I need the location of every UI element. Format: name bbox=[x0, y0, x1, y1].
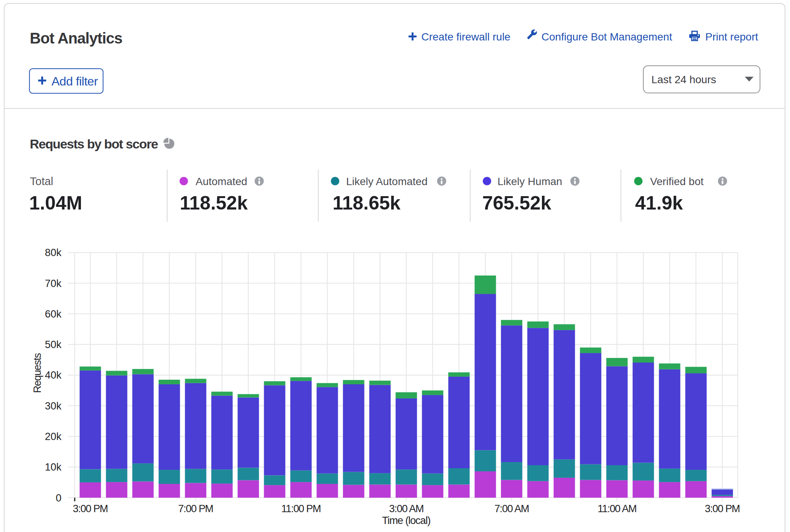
svg-text:Requests: Requests bbox=[32, 353, 43, 393]
svg-text:Verified bot: Verified bot bbox=[650, 176, 703, 187]
svg-text:Bot Analytics: Bot Analytics bbox=[30, 30, 122, 47]
svg-text:20k: 20k bbox=[45, 431, 61, 442]
svg-text:10k: 10k bbox=[45, 461, 61, 473]
svg-text:0: 0 bbox=[56, 492, 61, 504]
svg-text:11:00 PM: 11:00 PM bbox=[281, 503, 321, 514]
svg-text:Create firewall rule: Create firewall rule bbox=[421, 31, 510, 43]
svg-text:Configure Bot Management: Configure Bot Management bbox=[542, 31, 672, 43]
svg-text:50k: 50k bbox=[45, 339, 61, 350]
svg-text:1.04M: 1.04M bbox=[29, 192, 82, 214]
svg-text:Automated: Automated bbox=[196, 176, 247, 187]
svg-text:41.9k: 41.9k bbox=[635, 192, 683, 214]
svg-text:60k: 60k bbox=[45, 308, 61, 320]
svg-text:70k: 70k bbox=[45, 278, 61, 289]
svg-text:7:00 AM: 7:00 AM bbox=[495, 503, 529, 514]
svg-text:Likely Automated: Likely Automated bbox=[346, 176, 427, 187]
svg-text:Print report: Print report bbox=[705, 31, 758, 43]
svg-text:118.52k: 118.52k bbox=[180, 192, 248, 214]
svg-text:3:00 AM: 3:00 AM bbox=[389, 503, 424, 514]
svg-text:80k: 80k bbox=[45, 247, 61, 258]
svg-text:118.65k: 118.65k bbox=[332, 192, 400, 214]
svg-text:Total: Total bbox=[30, 175, 53, 187]
svg-text:7:00 PM: 7:00 PM bbox=[178, 503, 213, 514]
svg-text:Requests by bot score: Requests by bot score bbox=[30, 137, 158, 151]
svg-text:40k: 40k bbox=[45, 369, 61, 381]
svg-text:Time (local): Time (local) bbox=[382, 515, 430, 526]
svg-text:3:00 PM: 3:00 PM bbox=[705, 503, 740, 514]
svg-text:765.52k: 765.52k bbox=[482, 192, 551, 214]
svg-text:Likely Human: Likely Human bbox=[498, 176, 563, 187]
svg-text:Add filter: Add filter bbox=[52, 74, 98, 88]
svg-text:30k: 30k bbox=[45, 400, 61, 412]
svg-text:3:00 PM: 3:00 PM bbox=[73, 503, 108, 514]
svg-text:11:00 AM: 11:00 AM bbox=[598, 503, 637, 514]
svg-text:Last 24 hours: Last 24 hours bbox=[651, 74, 716, 85]
